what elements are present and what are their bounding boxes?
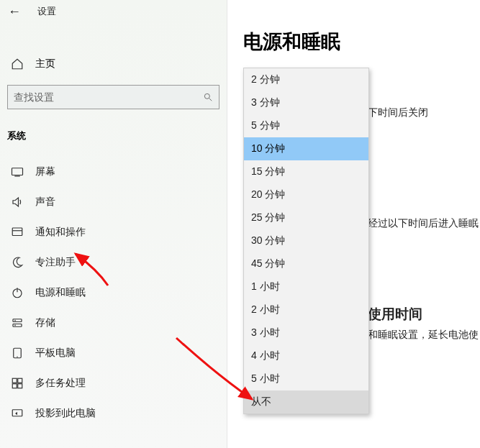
- nav-item-project[interactable]: 投影到此电脑: [0, 398, 227, 429]
- screen-off-hint: 下时间后关闭: [368, 106, 428, 119]
- svg-rect-2: [12, 168, 23, 175]
- search-icon: [203, 92, 213, 102]
- sidebar: ← 设置 主页 系统 屏幕声音通知和操作专注助手电源和睡眠存储平板电脑多任务处理…: [0, 0, 227, 448]
- home-label: 主页: [35, 58, 55, 70]
- search-box[interactable]: [7, 85, 219, 109]
- section-subtext: 和睡眠设置，延长电池使: [368, 329, 479, 342]
- group-header: 系统: [0, 122, 227, 150]
- title-bar: ← 设置: [0, 0, 227, 29]
- dropdown-option[interactable]: 25 分钟: [244, 206, 368, 229]
- dropdown-option[interactable]: 3 分钟: [244, 91, 368, 114]
- nav-item-label: 通知和操作: [35, 226, 86, 239]
- nav-item-label: 专注助手: [35, 256, 76, 269]
- svg-point-11: [15, 325, 16, 326]
- dropdown-option[interactable]: 1 小时: [244, 275, 368, 298]
- svg-rect-14: [12, 378, 17, 383]
- display-icon: [11, 165, 24, 178]
- dropdown-option[interactable]: 5 小时: [244, 367, 368, 390]
- nav-item-tablet[interactable]: 平板电脑: [0, 338, 227, 368]
- power-icon: [11, 286, 24, 299]
- multitask-icon: [11, 377, 24, 390]
- nav-item-multitasking[interactable]: 多任务处理: [0, 368, 227, 398]
- nav-item-notifications[interactable]: 通知和操作: [0, 217, 227, 247]
- dropdown-option[interactable]: 从不: [244, 390, 368, 413]
- svg-line-1: [209, 99, 212, 101]
- notifications-icon: [11, 226, 24, 239]
- tablet-icon: [11, 347, 24, 360]
- dropdown-option[interactable]: 5 分钟: [244, 114, 368, 137]
- content-panel: 电源和睡眠 下时间后关闭 经过以下时间后进入睡眠 使用时间 和睡眠设置，延长电池…: [227, 0, 480, 448]
- dropdown-option[interactable]: 20 分钟: [244, 183, 368, 206]
- focus-assist-icon: [11, 256, 24, 269]
- dropdown-option[interactable]: 3 小时: [244, 321, 368, 344]
- dropdown-option[interactable]: 45 分钟: [244, 252, 368, 275]
- nav-item-storage[interactable]: 存储: [0, 308, 227, 338]
- search-input[interactable]: [14, 91, 203, 103]
- nav-item-display[interactable]: 屏幕: [0, 157, 227, 187]
- svg-rect-16: [12, 384, 17, 388]
- nav-item-sound[interactable]: 声音: [0, 187, 227, 217]
- back-button[interactable]: ←: [4, 1, 24, 22]
- nav-item-label: 投影到此电脑: [35, 407, 96, 420]
- nav-item-label: 电源和睡眠: [35, 286, 86, 299]
- svg-rect-15: [18, 378, 22, 383]
- nav-item-label: 多任务处理: [35, 377, 86, 390]
- nav-list: 屏幕声音通知和操作专注助手电源和睡眠存储平板电脑多任务处理投影到此电脑: [0, 157, 227, 429]
- app-title: 设置: [37, 5, 56, 18]
- home-row[interactable]: 主页: [0, 50, 227, 78]
- page-title: 电源和睡眠: [227, 0, 480, 69]
- storage-icon: [11, 316, 24, 329]
- svg-rect-4: [12, 228, 22, 236]
- svg-rect-17: [18, 384, 22, 388]
- home-icon: [11, 58, 24, 70]
- sleep-hint: 经过以下时间后进入睡眠: [368, 217, 479, 230]
- project-icon: [11, 407, 24, 420]
- svg-point-10: [15, 320, 16, 321]
- time-dropdown[interactable]: 2 分钟3 分钟5 分钟10 分钟15 分钟20 分钟25 分钟30 分钟45 …: [243, 68, 369, 414]
- dropdown-option[interactable]: 30 分钟: [244, 229, 368, 252]
- nav-item-power-sleep[interactable]: 电源和睡眠: [0, 278, 227, 308]
- dropdown-option[interactable]: 15 分钟: [244, 160, 368, 183]
- nav-item-label: 声音: [35, 196, 55, 209]
- svg-point-0: [204, 93, 209, 99]
- dropdown-option[interactable]: 2 分钟: [244, 68, 368, 91]
- section-heading: 使用时间: [368, 305, 422, 324]
- svg-rect-8: [13, 319, 22, 322]
- dropdown-option[interactable]: 4 小时: [244, 344, 368, 367]
- nav-item-focus-assist[interactable]: 专注助手: [0, 247, 227, 278]
- svg-rect-9: [13, 324, 22, 327]
- dropdown-option[interactable]: 10 分钟: [244, 137, 368, 160]
- nav-item-label: 屏幕: [35, 165, 55, 178]
- sound-icon: [11, 196, 24, 209]
- search-wrap: [0, 85, 227, 122]
- dropdown-option[interactable]: 2 小时: [244, 298, 368, 321]
- nav-item-label: 存储: [35, 316, 55, 329]
- nav-item-label: 平板电脑: [35, 347, 76, 360]
